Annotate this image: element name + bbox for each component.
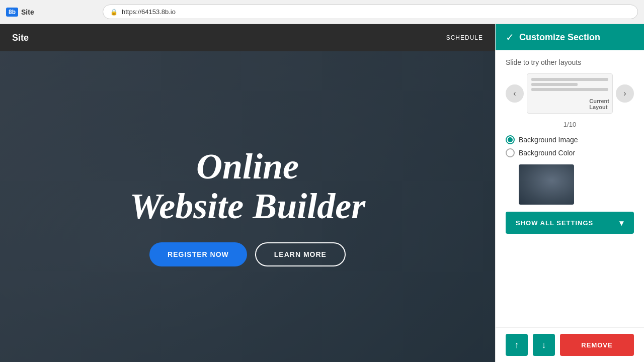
bg-image-sim [519,164,574,205]
preview-line-3 [531,88,608,91]
layout-preview: CurrentLayout [527,73,613,114]
panel-header: ✓ Customize Section [496,24,644,50]
register-button[interactable]: REGISTER NOW [149,242,247,266]
bg-image-radio-dot [506,135,515,144]
layout-counter: 1/10 [506,121,634,128]
carousel-prev-button[interactable]: ‹ [506,84,524,103]
site-preview: Site SCHEDULE Online Website Builder REG… [0,24,495,362]
layout-carousel: ‹ CurrentLayout › [506,73,634,114]
bg-image-preview[interactable] [519,164,574,205]
bg-color-radio-dot [506,148,515,157]
preview-line-1 [531,78,608,81]
hero-section: Online Website Builder REGISTER NOW LEAR… [0,51,495,362]
panel-title: Customize Section [519,32,600,43]
hero-title-line2: Website Builder [130,187,366,226]
panel-body: Slide to try other layouts ‹ CurrentLayo… [496,50,644,327]
bg-image-radio[interactable]: Background Image [506,135,634,144]
slide-hint: Slide to try other layouts [506,58,634,66]
hero-title: Online Website Builder [130,147,366,226]
show-all-settings-button[interactable]: SHOW ALL SETTINGS ▾ [506,212,634,234]
chevron-down-icon: ▾ [619,218,624,228]
hero-title-line1: Online [130,147,366,187]
nav-link-schedule[interactable]: SCHEDULE [446,34,483,41]
right-panel: ✓ Customize Section Slide to try other l… [495,24,644,362]
logo-badge: 8b [6,8,18,17]
site-nav-links: SCHEDULE [446,34,483,41]
bg-color-radio[interactable]: Background Color [506,148,634,157]
preview-line-2 [531,83,578,86]
background-type-group: Background Image Background Color [506,135,634,157]
remove-button[interactable]: REMOVE [560,334,634,356]
carousel-next-button[interactable]: › [616,84,634,103]
site-title: Site [21,8,34,16]
learn-more-button[interactable]: LEARN MORE [255,242,346,266]
move-up-button[interactable]: ↑ [506,334,528,356]
site-nav: Site SCHEDULE [0,24,495,51]
hero-content: Online Website Builder REGISTER NOW LEAR… [0,51,495,362]
main-area: Site SCHEDULE Online Website Builder REG… [0,24,644,362]
url-text: https://64153.8b.io [122,8,176,16]
lock-icon: 🔒 [110,9,118,16]
bg-image-label: Background Image [519,136,578,144]
address-bar[interactable]: 🔒 https://64153.8b.io [103,5,638,19]
layout-label: CurrentLayout [589,98,609,110]
move-down-button[interactable]: ↓ [533,334,555,356]
check-icon: ✓ [506,31,514,43]
show-settings-label: SHOW ALL SETTINGS [516,219,593,227]
site-nav-logo: Site [12,33,29,43]
bg-color-label: Background Color [519,149,575,157]
panel-footer: ↑ ↓ REMOVE [496,327,644,362]
hero-buttons: REGISTER NOW LEARN MORE [149,242,346,266]
browser-logo: 8b Site [6,8,97,17]
browser-bar: 8b Site 🔒 https://64153.8b.io [0,0,644,24]
